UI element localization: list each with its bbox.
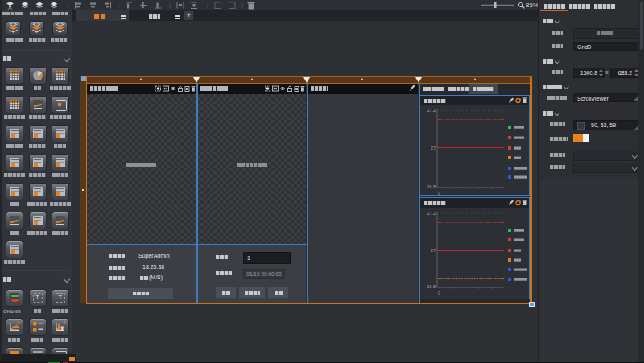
- svg-text:26.8: 26.8: [427, 284, 436, 289]
- svg-text:27.2: 27.2: [427, 211, 436, 216]
- svg-text:26.8: 26.8: [427, 184, 436, 189]
- svg-text:0: 0: [438, 191, 440, 195]
- svg-text:27.2: 27.2: [427, 108, 436, 113]
- svg-text:27: 27: [431, 146, 436, 151]
- svg-text:+: +: [63, 320, 66, 325]
- svg-text:0: 0: [438, 291, 440, 295]
- svg-text:27: 27: [431, 248, 436, 253]
